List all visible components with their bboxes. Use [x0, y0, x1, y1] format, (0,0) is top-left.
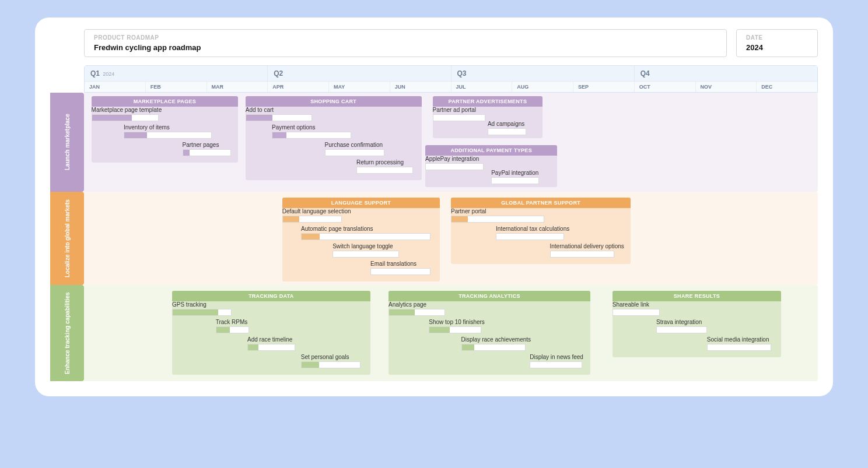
group-header: PARTNER ADVERTISEMENTS: [433, 96, 543, 107]
task-bar[interactable]: [124, 132, 212, 139]
task[interactable]: Add to cart: [246, 107, 313, 121]
task-bar[interactable]: [491, 177, 539, 184]
group-language-support[interactable]: LANGUAGE SUPPORTDefault language selecti…: [282, 198, 440, 281]
task-bar[interactable]: [388, 309, 445, 316]
group-header: TRACKING ANALYTICS: [388, 291, 590, 301]
task-bar[interactable]: [216, 326, 250, 333]
lane-localize: Localize into global marketsLANGUAGE SUP…: [50, 192, 818, 285]
month-cell: JUL: [452, 82, 513, 92]
task[interactable]: Show top 10 finishers: [429, 319, 481, 333]
lane-body: TRACKING DATAGPS trackingTrack RPMsAdd r…: [84, 285, 818, 381]
task[interactable]: Inventory of items: [124, 124, 212, 139]
task-bar[interactable]: [92, 114, 159, 121]
task-progress-fill: [272, 132, 286, 138]
group-shopping-cart[interactable]: SHOPPING CARTAdd to cartPayment optionsP…: [246, 96, 422, 180]
task[interactable]: Payment options: [272, 124, 351, 139]
task-bar[interactable]: [550, 251, 615, 258]
task-bar[interactable]: [429, 326, 481, 333]
task-label: International tax calculations: [496, 226, 564, 232]
task-label: Shareable link: [612, 301, 660, 308]
group-partner-ads[interactable]: PARTNER ADVERTISEMENTSPartner ad portalA…: [433, 96, 543, 138]
task-label: Marketplace page template: [92, 107, 159, 113]
task[interactable]: Analytics page: [388, 301, 445, 316]
task[interactable]: Add race timeline: [247, 336, 295, 351]
task-bar[interactable]: [272, 132, 351, 139]
task[interactable]: International tax calculations: [496, 226, 564, 240]
task[interactable]: Default language selection: [282, 208, 342, 223]
task[interactable]: Email translations: [370, 261, 430, 275]
title-box: PRODUCT ROADMAP Fredwin cycling app road…: [84, 29, 727, 57]
task[interactable]: PayPal integration: [491, 170, 539, 184]
task-label: Email translations: [370, 261, 430, 267]
task[interactable]: International delivery options: [550, 243, 615, 258]
task[interactable]: Switch language toggle: [332, 243, 399, 258]
task-bar[interactable]: [301, 233, 430, 240]
task-bar[interactable]: [488, 128, 526, 135]
task-bar[interactable]: [332, 251, 399, 258]
lane-marketplace: Launch marketplaceMARKETPLACE PAGESMarke…: [50, 93, 818, 192]
group-share-results[interactable]: SHARE RESULTSShareable linkStrava integr…: [612, 291, 781, 357]
task[interactable]: Marketplace page template: [92, 107, 159, 121]
task-bar[interactable]: [172, 309, 232, 316]
task-bar[interactable]: [451, 216, 544, 223]
task[interactable]: ApplePay integration: [425, 156, 484, 170]
group-body: Marketplace page templateInventory of it…: [92, 107, 239, 163]
month-cell: SEP: [573, 82, 635, 92]
task[interactable]: Track RPMs: [216, 319, 250, 333]
task-bar[interactable]: [656, 326, 707, 333]
group-body: Analytics pageShow top 10 finishersDispl…: [388, 301, 590, 375]
group-additional-payments[interactable]: ADDITIONAL PAYMENT TYPESApplePay integra…: [425, 145, 557, 187]
date-label: DATE: [746, 34, 808, 41]
task-bar[interactable]: [246, 114, 313, 121]
group-body: Add to cartPayment optionsPurchase confi…: [246, 107, 422, 180]
task-bar[interactable]: [356, 167, 413, 174]
task-bar[interactable]: [433, 114, 486, 121]
group-header: GLOBAL PARTNER SUPPORT: [451, 198, 631, 208]
task-label: Analytics page: [388, 301, 445, 308]
task-bar[interactable]: [425, 163, 484, 170]
task[interactable]: GPS tracking: [172, 301, 232, 316]
title-label: PRODUCT ROADMAP: [94, 34, 717, 41]
task-bar[interactable]: [325, 149, 385, 156]
task[interactable]: Purchase confirmation: [325, 142, 385, 156]
task[interactable]: Ad campaigns: [488, 121, 526, 135]
task-label: Add to cart: [246, 107, 313, 113]
task-bar[interactable]: [612, 309, 660, 316]
task[interactable]: Partner portal: [451, 208, 544, 223]
task[interactable]: Return processing: [356, 159, 413, 174]
task[interactable]: Partner ad portal: [433, 107, 486, 121]
task[interactable]: Social media integration: [707, 336, 771, 351]
month-cell: FEB: [146, 82, 207, 92]
task[interactable]: Set personal goals: [301, 354, 360, 368]
task-progress-fill: [183, 150, 190, 156]
group-marketplace-pages[interactable]: MARKETPLACE PAGESMarketplace page templa…: [92, 96, 239, 163]
task-bar[interactable]: [247, 344, 295, 351]
lane-body: LANGUAGE SUPPORTDefault language selecti…: [84, 192, 818, 285]
task[interactable]: Shareable link: [612, 301, 660, 316]
quarter-row: Q1 2024Q2Q3Q4: [85, 66, 817, 81]
quarter-cell: Q4: [635, 66, 817, 81]
group-header: ADDITIONAL PAYMENT TYPES: [425, 145, 557, 156]
task[interactable]: Automatic page translations: [301, 226, 430, 240]
task[interactable]: Partner pages: [183, 142, 231, 156]
task-label: Strava integration: [656, 319, 707, 325]
task-bar[interactable]: [707, 344, 771, 351]
task-bar[interactable]: [496, 233, 564, 240]
month-row: JANFEBMARAPRMAYJUNJULAUGSEPOCTNOVDEC: [85, 81, 817, 92]
task-bar[interactable]: [461, 344, 526, 351]
task-bar[interactable]: [183, 149, 231, 156]
group-tracking-analytics[interactable]: TRACKING ANALYTICSAnalytics pageShow top…: [388, 291, 590, 375]
task-bar[interactable]: [530, 361, 582, 368]
group-global-partner[interactable]: GLOBAL PARTNER SUPPORTPartner portalInte…: [451, 198, 631, 264]
task-bar[interactable]: [282, 216, 342, 223]
task-label: Ad campaigns: [488, 121, 526, 127]
task[interactable]: Display race achievements: [461, 336, 526, 351]
task-bar[interactable]: [370, 268, 430, 275]
task-progress-fill: [92, 115, 132, 121]
month-cell: MAY: [329, 82, 390, 92]
group-header: SHOPPING CART: [246, 96, 422, 107]
task[interactable]: Strava integration: [656, 319, 707, 333]
group-tracking-data[interactable]: TRACKING DATAGPS trackingTrack RPMsAdd r…: [172, 291, 370, 375]
task[interactable]: Display in news feed: [530, 354, 582, 368]
task-bar[interactable]: [301, 361, 360, 368]
